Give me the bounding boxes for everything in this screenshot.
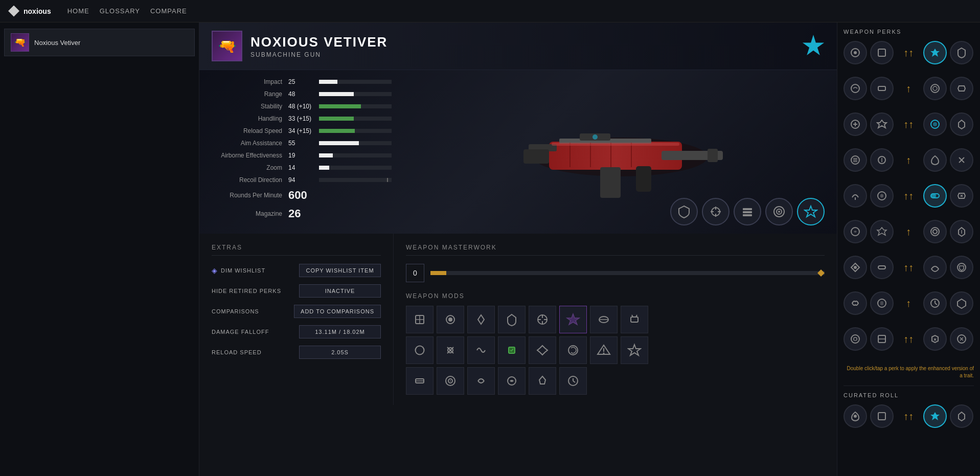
perk-8-5[interactable] bbox=[950, 291, 973, 315]
perk-2-2[interactable] bbox=[870, 77, 894, 100]
svg-rect-4 bbox=[708, 149, 718, 162]
perk-1-1[interactable] bbox=[844, 41, 867, 64]
perk-6-2[interactable] bbox=[870, 220, 894, 243]
perk-3-4[interactable] bbox=[923, 112, 947, 136]
perk-9-1[interactable] bbox=[844, 327, 867, 351]
svg-rect-7 bbox=[600, 167, 621, 198]
copy-wishlist-button[interactable]: COPY WISHLIST ITEM bbox=[299, 264, 381, 277]
sidebar-item-noxious-vetiver[interactable]: 🔫 Noxious Vetiver bbox=[4, 29, 195, 56]
curated-perk-2[interactable] bbox=[870, 404, 894, 428]
perk-2-1[interactable] bbox=[844, 77, 867, 100]
perk-3-2[interactable] bbox=[870, 112, 894, 136]
perk-5-4[interactable] bbox=[923, 184, 947, 208]
perk-8-4[interactable] bbox=[923, 291, 947, 315]
stat-name-range: Range bbox=[212, 90, 288, 98]
mod-12[interactable] bbox=[498, 336, 526, 364]
perk-5-5[interactable] bbox=[950, 184, 973, 208]
weapon-perks-row bbox=[670, 198, 825, 225]
perk-5-1[interactable] bbox=[844, 184, 867, 208]
star-icon[interactable] bbox=[802, 35, 825, 57]
mods-grid bbox=[406, 306, 825, 395]
perk-5-2[interactable] bbox=[870, 184, 894, 208]
perk-6-5[interactable] bbox=[950, 220, 973, 243]
curated-arrow: ↑↑ bbox=[897, 404, 920, 428]
curated-perk-4[interactable] bbox=[923, 404, 947, 428]
stat-val-magazine: 26 bbox=[288, 207, 301, 220]
mod-7[interactable] bbox=[590, 306, 618, 333]
mod-5[interactable] bbox=[529, 306, 556, 333]
mod-2[interactable] bbox=[437, 306, 464, 333]
perk-7-5[interactable] bbox=[950, 256, 973, 279]
perk-icon-armor[interactable] bbox=[670, 198, 698, 225]
perk-icon-enhanced[interactable] bbox=[797, 198, 825, 225]
mod-18[interactable] bbox=[437, 367, 464, 395]
perk-2-5[interactable] bbox=[950, 77, 973, 100]
center-bottom: WEAPON MASTERWORK 0 WEAPON MODS bbox=[394, 234, 837, 405]
mod-22[interactable] bbox=[559, 367, 587, 395]
stat-name-zoom: Zoom bbox=[212, 164, 288, 171]
weapon-image-area: Impact 25 Range 48 Stability 48 (+10) bbox=[199, 70, 837, 234]
mod-9[interactable] bbox=[406, 336, 434, 364]
perk-6-1[interactable] bbox=[844, 220, 867, 243]
perk-9-2[interactable] bbox=[870, 327, 894, 351]
mod-20[interactable] bbox=[498, 367, 526, 395]
perk-8-2[interactable] bbox=[870, 291, 894, 315]
masterwork-slider[interactable] bbox=[430, 271, 825, 275]
perk-7-1[interactable] bbox=[844, 256, 867, 279]
perk-3-5[interactable] bbox=[950, 112, 973, 136]
stat-val-zoom: 14 bbox=[288, 164, 319, 171]
perk-4-2[interactable] bbox=[870, 148, 894, 172]
perk-4-5[interactable] bbox=[950, 148, 973, 172]
mods-section: WEAPON MODS bbox=[394, 292, 837, 405]
perk-row-2: ↑ bbox=[844, 77, 974, 100]
stat-bar-zoom bbox=[319, 166, 392, 170]
sidebar: 🔫 Noxious Vetiver bbox=[0, 22, 199, 476]
perk-icon-stack[interactable] bbox=[734, 198, 761, 225]
mod-13[interactable] bbox=[529, 336, 556, 364]
perk-2-4[interactable] bbox=[923, 77, 947, 100]
mod-19[interactable] bbox=[467, 367, 495, 395]
perk-9-5[interactable] bbox=[950, 327, 973, 351]
perk-1-2[interactable] bbox=[870, 41, 894, 64]
mod-1[interactable] bbox=[406, 306, 434, 333]
curated-perk-1[interactable] bbox=[844, 404, 867, 428]
perk-row-9: ↑↑ bbox=[844, 327, 974, 351]
perk-7-4[interactable] bbox=[923, 256, 947, 279]
mod-21[interactable] bbox=[529, 367, 556, 395]
perk-icon-crosshair[interactable] bbox=[702, 198, 730, 225]
nav-compare[interactable]: COMPARE bbox=[150, 5, 187, 17]
perk-8-1[interactable] bbox=[844, 291, 867, 315]
mod-4[interactable] bbox=[498, 306, 526, 333]
perk-icon-target[interactable] bbox=[765, 198, 793, 225]
perk-1-4[interactable] bbox=[923, 41, 947, 64]
mod-11[interactable] bbox=[467, 336, 495, 364]
nav-home[interactable]: HOME bbox=[67, 5, 89, 17]
mod-16[interactable] bbox=[621, 336, 648, 364]
perk-9-4[interactable] bbox=[923, 327, 947, 351]
perk-3-1[interactable] bbox=[844, 112, 867, 136]
nav-glossary[interactable]: GLOSSARY bbox=[100, 5, 140, 17]
stat-rpm: Rounds Per Minute 600 bbox=[212, 189, 392, 202]
add-to-comparisons-button[interactable]: ADD TO COMPARISONS bbox=[294, 305, 381, 318]
mod-8[interactable] bbox=[621, 306, 648, 333]
perk-4-1[interactable] bbox=[844, 148, 867, 172]
hide-retired-button[interactable]: INACTIVE bbox=[299, 284, 381, 298]
perk-6-4[interactable] bbox=[923, 220, 947, 243]
mod-14[interactable] bbox=[559, 336, 587, 364]
perk-row-1: ↑↑ bbox=[844, 41, 974, 64]
perk-4-4[interactable] bbox=[923, 148, 947, 172]
mod-15[interactable] bbox=[590, 336, 618, 364]
mod-6[interactable] bbox=[559, 306, 587, 333]
perk-1-5[interactable] bbox=[950, 41, 973, 64]
mod-10[interactable] bbox=[437, 336, 464, 364]
curated-perk-5[interactable] bbox=[950, 404, 973, 428]
extras-comparisons: COMPARISONS ADD TO COMPARISONS bbox=[212, 305, 381, 318]
mod-17[interactable] bbox=[406, 367, 434, 395]
stat-bar-reload bbox=[319, 129, 392, 133]
weapon-svg bbox=[518, 90, 723, 213]
perk-row-8: ↑ bbox=[844, 291, 974, 315]
extras-panel: EXTRAS ◈ DIM WISHLIST COPY WISHLIST ITEM… bbox=[199, 234, 394, 405]
mod-3[interactable] bbox=[467, 306, 495, 333]
right-panel: WEAPON PERKS ↑↑ ↑ bbox=[837, 22, 980, 476]
perk-7-2[interactable] bbox=[870, 256, 894, 279]
